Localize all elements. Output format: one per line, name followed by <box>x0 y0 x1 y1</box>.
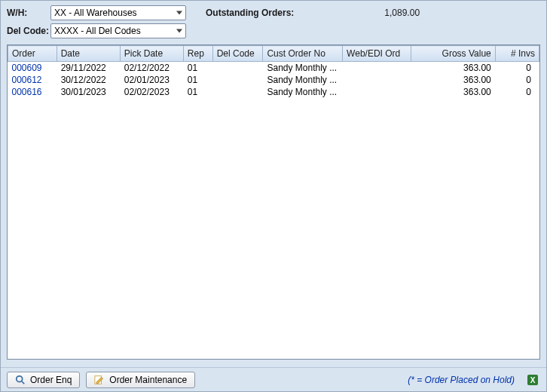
col-web-edi[interactable]: Web/EDI Ord <box>343 46 411 62</box>
cell-invs: 0 <box>495 62 539 75</box>
cell-rep: 01 <box>183 86 212 98</box>
wh-label: W/H: <box>7 8 50 18</box>
col-date[interactable]: Date <box>57 46 120 62</box>
delcode-combo-value: XXXX - All Del Codes <box>54 26 141 36</box>
table-row[interactable]: 00061630/01/202302/02/202301Sandy Monthl… <box>8 86 539 98</box>
excel-export-button[interactable]: X <box>525 372 540 387</box>
svg-line-1 <box>22 381 25 384</box>
hold-legend: (* = Order Placed on Hold) <box>408 375 515 385</box>
col-invs[interactable]: # Invs <box>495 46 539 62</box>
cell-del-code <box>212 86 263 98</box>
cell-gross: 363.00 <box>411 74 495 86</box>
cell-web-edi <box>343 74 411 86</box>
cell-invs: 0 <box>495 74 539 86</box>
excel-export-icon: X <box>527 374 539 386</box>
wh-combo-value: XX - All Warehouses <box>54 8 137 18</box>
delcode-label: Del Code: <box>7 26 50 36</box>
cell-rep: 01 <box>183 62 212 75</box>
orders-grid[interactable]: Order Date Pick Date Rep Del Code Cust O… <box>7 44 540 360</box>
svg-text:X: X <box>530 376 536 384</box>
chevron-down-icon <box>176 29 182 33</box>
cell-date: 30/01/2023 <box>57 86 120 98</box>
cell-cust-order: Sandy Monthly ... <box>263 86 343 98</box>
cell-order[interactable]: 000612 <box>8 74 57 86</box>
cell-date: 30/12/2022 <box>57 74 120 86</box>
col-gross[interactable]: Gross Value <box>411 46 495 62</box>
outstanding-value: 1,089.00 <box>384 8 420 18</box>
delcode-combo[interactable]: XXXX - All Del Codes <box>50 23 186 38</box>
chevron-down-icon <box>176 11 182 15</box>
cell-date: 29/11/2022 <box>57 62 120 75</box>
cell-web-edi <box>343 86 411 98</box>
wh-combo[interactable]: XX - All Warehouses <box>50 5 186 20</box>
cell-rep: 01 <box>183 74 212 86</box>
col-del-code[interactable]: Del Code <box>212 46 263 62</box>
cell-gross: 363.00 <box>411 86 495 98</box>
svg-point-0 <box>17 375 23 381</box>
cell-del-code <box>212 62 263 75</box>
order-enq-button[interactable]: Order Enq <box>7 372 80 388</box>
col-rep[interactable]: Rep <box>183 46 212 62</box>
cell-gross: 363.00 <box>411 62 495 75</box>
search-icon <box>15 375 26 385</box>
cell-pick-date: 02/02/2023 <box>120 86 183 98</box>
cell-order[interactable]: 000609 <box>8 62 57 75</box>
cell-cust-order: Sandy Monthly ... <box>263 62 343 75</box>
outstanding-label: Outstanding Orders: <box>206 8 294 18</box>
grid-header-row: Order Date Pick Date Rep Del Code Cust O… <box>8 46 539 62</box>
order-enq-label: Order Enq <box>30 375 72 385</box>
col-pick-date[interactable]: Pick Date <box>120 46 183 62</box>
cell-order[interactable]: 000616 <box>8 86 57 98</box>
cell-pick-date: 02/01/2023 <box>120 74 183 86</box>
cell-invs: 0 <box>495 86 539 98</box>
order-maintenance-button[interactable]: Order Maintenance <box>86 372 195 388</box>
cell-pick-date: 02/12/2022 <box>120 62 183 75</box>
cell-del-code <box>212 74 263 86</box>
table-row[interactable]: 00061230/12/202202/01/202301Sandy Monthl… <box>8 74 539 86</box>
cell-web-edi <box>343 62 411 75</box>
table-row[interactable]: 00060929/11/202202/12/202201Sandy Monthl… <box>8 62 539 75</box>
col-order[interactable]: Order <box>8 46 57 62</box>
col-cust-order[interactable]: Cust Order No <box>263 46 343 62</box>
order-maintenance-label: Order Maintenance <box>109 375 187 385</box>
edit-icon <box>94 375 105 385</box>
cell-cust-order: Sandy Monthly ... <box>263 74 343 86</box>
